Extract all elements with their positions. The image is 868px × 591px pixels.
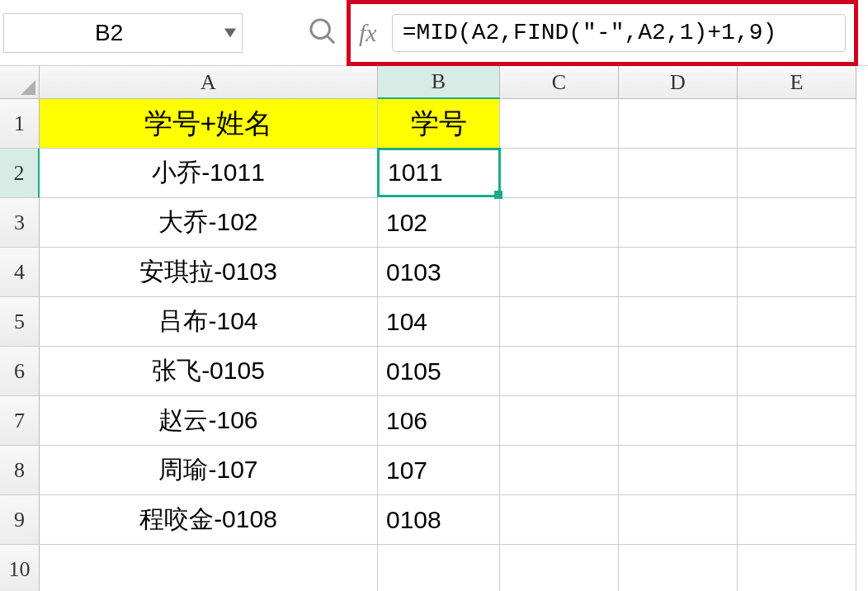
cell-C10[interactable]	[500, 545, 619, 591]
col-header-D[interactable]: D	[619, 66, 738, 99]
col-header-A[interactable]: A	[40, 66, 378, 99]
cell-B3[interactable]: 102	[378, 198, 500, 248]
cell-D7[interactable]	[619, 396, 738, 446]
cell-A6[interactable]: 张飞-0105	[40, 347, 378, 396]
cell-A8[interactable]: 周瑜-107	[40, 446, 378, 495]
cell-E4[interactable]	[738, 248, 856, 297]
select-all-corner[interactable]	[0, 66, 40, 99]
row-header-7[interactable]: 7	[0, 396, 40, 446]
name-box-input[interactable]	[3, 13, 243, 53]
cell-A9[interactable]: 程咬金-0108	[40, 495, 378, 545]
cell-E5[interactable]	[738, 297, 856, 347]
cell-B7[interactable]: 106	[378, 396, 500, 446]
row-header-3[interactable]: 3	[0, 198, 40, 248]
cell-D1[interactable]	[619, 99, 738, 149]
cell-A5[interactable]: 吕布-104	[40, 297, 378, 347]
name-box-container	[3, 12, 251, 54]
cell-D8[interactable]	[619, 446, 738, 495]
cell-A4[interactable]: 安琪拉-0103	[40, 248, 378, 297]
cell-E1[interactable]	[738, 99, 856, 149]
cell-B1[interactable]: 学号	[378, 99, 500, 149]
cell-E3[interactable]	[738, 198, 856, 248]
cell-E9[interactable]	[738, 495, 856, 545]
row-header-5[interactable]: 5	[0, 297, 40, 347]
cell-D5[interactable]	[619, 297, 738, 347]
cell-E10[interactable]	[738, 545, 856, 591]
cell-D4[interactable]	[619, 248, 738, 297]
cell-A7[interactable]: 赵云-106	[40, 396, 378, 446]
zoom-icon[interactable]	[309, 17, 337, 49]
cell-B2[interactable]: 1011	[377, 148, 501, 197]
cell-B8[interactable]: 107	[378, 446, 500, 495]
cell-E7[interactable]	[738, 396, 856, 446]
cell-C4[interactable]	[500, 248, 619, 297]
cell-C9[interactable]	[500, 495, 619, 545]
cell-B6[interactable]: 0105	[378, 347, 500, 396]
cell-D9[interactable]	[619, 495, 738, 545]
row-header-8[interactable]: 8	[0, 446, 40, 495]
cell-A2[interactable]: 小乔-1011	[40, 149, 378, 198]
row-header-2[interactable]: 2	[0, 149, 40, 198]
cell-C2[interactable]	[500, 149, 619, 198]
cell-E2[interactable]	[738, 149, 856, 198]
formula-bar-highlight: fx	[347, 0, 858, 66]
row-header-10[interactable]: 10	[0, 545, 40, 591]
col-header-E[interactable]: E	[738, 66, 856, 99]
col-header-B[interactable]: B	[378, 66, 500, 99]
cell-C3[interactable]	[500, 198, 619, 248]
cell-B4[interactable]: 0103	[378, 248, 500, 297]
formula-toolbar: fx	[0, 0, 868, 66]
cell-C8[interactable]	[500, 446, 619, 495]
cell-D3[interactable]	[619, 198, 738, 248]
cell-E8[interactable]	[738, 446, 856, 495]
row-header-4[interactable]: 4	[0, 248, 40, 297]
cell-C7[interactable]	[500, 396, 619, 446]
cell-C6[interactable]	[500, 347, 619, 396]
fx-label[interactable]: fx	[359, 19, 377, 47]
svg-point-1	[311, 19, 330, 38]
cell-A3[interactable]: 大乔-102	[40, 198, 378, 248]
cell-A10[interactable]	[40, 545, 378, 591]
cell-D2[interactable]	[619, 149, 738, 198]
svg-line-2	[328, 35, 335, 43]
col-header-C[interactable]: C	[500, 66, 619, 99]
cell-B5[interactable]: 104	[378, 297, 500, 347]
cell-D6[interactable]	[619, 347, 738, 396]
cell-D10[interactable]	[619, 545, 738, 591]
cell-A1[interactable]: 学号+姓名	[40, 99, 378, 149]
cell-E6[interactable]	[738, 347, 856, 396]
row-header-1[interactable]: 1	[0, 99, 40, 149]
cell-C5[interactable]	[500, 297, 619, 347]
cell-B10[interactable]	[378, 545, 500, 591]
row-header-6[interactable]: 6	[0, 347, 40, 396]
cell-C1[interactable]	[500, 99, 619, 149]
row-header-9[interactable]: 9	[0, 495, 40, 545]
formula-input[interactable]	[392, 14, 846, 52]
cell-B9[interactable]: 0108	[378, 495, 500, 545]
spreadsheet-grid: A B C D E 1 学号+姓名 学号 2 小乔-1011 1011 3 大乔…	[0, 66, 868, 591]
